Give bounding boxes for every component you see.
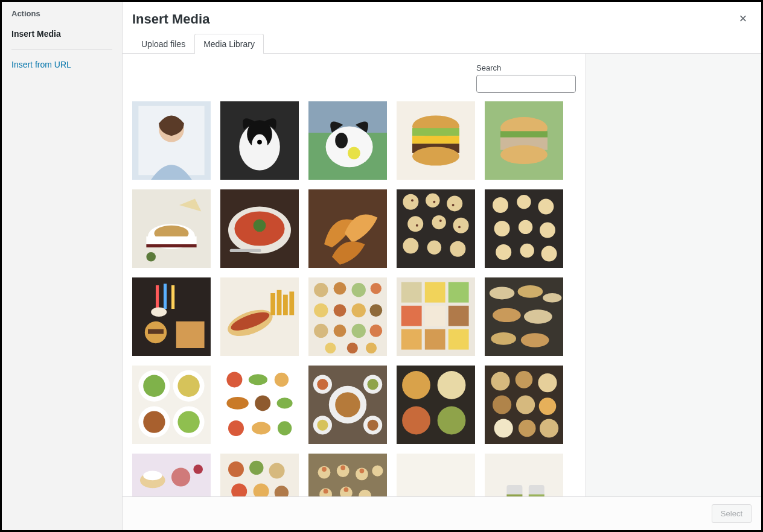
svg-point-12 xyxy=(348,147,360,160)
svg-point-110 xyxy=(521,334,549,347)
sidebar-separator xyxy=(11,49,112,50)
svg-point-142 xyxy=(402,371,430,399)
svg-point-124 xyxy=(226,397,248,410)
svg-rect-34 xyxy=(230,249,261,252)
svg-point-18 xyxy=(412,147,459,166)
media-thumbnail[interactable] xyxy=(220,366,299,444)
media-thumbnail[interactable] xyxy=(220,101,299,180)
media-thumbnail[interactable] xyxy=(397,454,475,496)
svg-point-47 xyxy=(433,201,435,203)
svg-point-123 xyxy=(275,373,289,387)
svg-point-7 xyxy=(257,140,262,145)
svg-point-145 xyxy=(438,407,466,435)
svg-point-58 xyxy=(540,223,555,238)
svg-point-92 xyxy=(366,343,377,353)
svg-point-50 xyxy=(439,220,442,222)
svg-point-29 xyxy=(146,252,156,262)
search-label: Search xyxy=(476,63,576,72)
svg-rect-21 xyxy=(500,131,548,138)
svg-rect-64 xyxy=(164,284,167,309)
attachments-browser[interactable]: Search xyxy=(123,54,586,496)
svg-point-166 xyxy=(269,463,285,479)
media-thumbnail[interactable] xyxy=(485,189,563,268)
media-thumbnail[interactable] xyxy=(397,277,475,356)
media-thumbnail[interactable] xyxy=(485,101,563,180)
media-thumbnail[interactable] xyxy=(308,189,387,268)
svg-point-78 xyxy=(314,283,328,297)
svg-point-155 xyxy=(540,419,558,438)
svg-point-144 xyxy=(402,407,430,435)
svg-point-60 xyxy=(520,244,534,258)
svg-point-39 xyxy=(447,196,462,212)
svg-point-56 xyxy=(494,221,510,236)
svg-point-147 xyxy=(491,372,509,391)
media-thumbnail[interactable] xyxy=(132,454,211,496)
select-button[interactable]: Select xyxy=(712,504,752,523)
svg-rect-190 xyxy=(485,454,563,496)
media-thumbnail[interactable] xyxy=(220,277,299,356)
media-thumbnail[interactable] xyxy=(132,366,211,444)
svg-point-186 xyxy=(360,469,365,473)
svg-point-83 xyxy=(334,305,346,317)
svg-point-122 xyxy=(249,375,267,385)
media-thumbnail[interactable] xyxy=(397,366,475,444)
close-button[interactable]: × xyxy=(732,8,754,30)
svg-point-185 xyxy=(340,466,345,470)
svg-rect-28 xyxy=(146,244,196,247)
media-thumbnail[interactable] xyxy=(220,189,299,268)
media-thumbnail[interactable] xyxy=(485,366,563,444)
svg-point-82 xyxy=(314,303,328,317)
media-thumbnail[interactable] xyxy=(132,277,211,356)
svg-point-6 xyxy=(252,135,267,156)
media-grid xyxy=(132,101,576,496)
svg-rect-95 xyxy=(425,282,445,303)
media-thumbnail[interactable] xyxy=(308,366,387,444)
svg-point-164 xyxy=(228,461,244,477)
media-thumbnail[interactable] xyxy=(308,277,387,356)
media-thumbnail[interactable] xyxy=(397,101,475,180)
media-thumbnail[interactable] xyxy=(308,454,387,496)
media-thumbnail[interactable] xyxy=(485,454,563,496)
svg-point-158 xyxy=(143,471,162,481)
media-thumbnail[interactable] xyxy=(132,101,211,180)
svg-point-85 xyxy=(369,305,382,317)
tab-upload-files[interactable]: Upload files xyxy=(132,34,194,54)
svg-point-54 xyxy=(517,195,531,209)
sidebar-link-insert-from-url[interactable]: Insert from URL xyxy=(2,55,122,74)
svg-rect-97 xyxy=(401,306,422,326)
svg-point-66 xyxy=(151,308,167,317)
media-thumbnail[interactable] xyxy=(308,101,387,180)
svg-point-121 xyxy=(226,372,242,388)
svg-point-89 xyxy=(369,325,382,337)
svg-point-125 xyxy=(255,396,270,411)
media-thumbnail[interactable] xyxy=(220,454,299,496)
tab-media-library[interactable]: Media Library xyxy=(194,34,264,54)
svg-point-108 xyxy=(524,310,552,324)
svg-point-45 xyxy=(450,241,465,257)
media-thumbnail[interactable] xyxy=(397,189,475,268)
media-thumbnail[interactable] xyxy=(132,189,211,268)
svg-point-40 xyxy=(407,217,423,232)
svg-point-126 xyxy=(277,398,293,409)
svg-point-105 xyxy=(518,285,543,298)
svg-point-53 xyxy=(493,197,508,213)
svg-rect-96 xyxy=(449,282,469,303)
svg-point-49 xyxy=(416,224,418,227)
svg-rect-63 xyxy=(156,285,159,309)
svg-point-90 xyxy=(325,343,336,353)
search-input[interactable] xyxy=(476,75,576,93)
svg-point-43 xyxy=(403,238,418,254)
svg-point-88 xyxy=(352,324,366,338)
svg-point-184 xyxy=(322,467,327,472)
sidebar-item-insert-media[interactable]: Insert Media xyxy=(2,23,122,45)
svg-rect-99 xyxy=(449,306,469,326)
svg-point-113 xyxy=(143,375,165,397)
media-thumbnail[interactable] xyxy=(485,277,563,356)
svg-rect-15 xyxy=(412,128,459,136)
svg-point-119 xyxy=(177,411,199,433)
svg-point-91 xyxy=(347,343,358,353)
svg-point-139 xyxy=(317,420,328,431)
svg-point-137 xyxy=(317,379,328,390)
svg-point-80 xyxy=(352,283,366,297)
svg-point-143 xyxy=(438,371,466,399)
